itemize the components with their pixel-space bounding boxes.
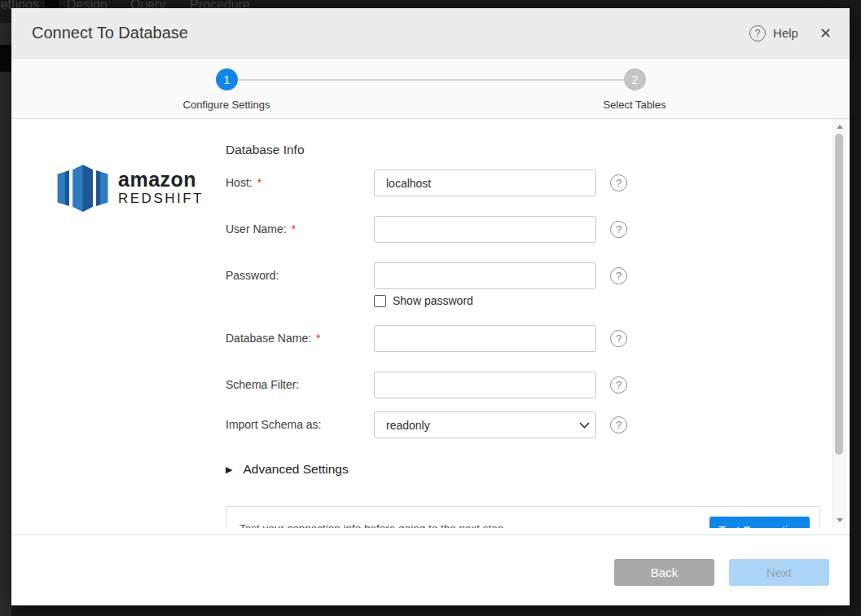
show-password-label: Show password xyxy=(393,294,473,307)
background-panel xyxy=(0,23,11,616)
password-input[interactable] xyxy=(374,262,596,289)
step-1-indicator: 1 xyxy=(216,68,238,90)
import-schema-row: Import Schema as: readonly ? xyxy=(226,411,657,438)
password-help-icon[interactable]: ? xyxy=(610,267,627,284)
show-password-checkbox[interactable] xyxy=(374,295,386,307)
help-label: Help xyxy=(773,26,798,40)
dialog-header: Connect To Database ? Help ✕ xyxy=(11,8,850,59)
background-decor xyxy=(0,45,11,72)
password-row: Password: ? xyxy=(226,262,657,289)
required-asterisk: * xyxy=(257,176,261,189)
required-asterisk: * xyxy=(292,222,296,235)
username-help-icon[interactable]: ? xyxy=(610,221,627,238)
help-button[interactable]: ? Help xyxy=(749,25,798,42)
import-schema-help-icon[interactable]: ? xyxy=(610,416,627,433)
help-circle-icon: ? xyxy=(749,25,766,42)
scroll-viewport: amazon REDSHIFT Database Info Host:* ? U… xyxy=(11,119,850,528)
step-2-label: Select Tables xyxy=(545,99,724,111)
host-row: Host:* ? xyxy=(226,169,657,196)
logo-product-text: REDSHIFT xyxy=(118,190,204,207)
schema-filter-label: Schema Filter: xyxy=(226,372,299,398)
host-label: Host:* xyxy=(226,169,261,196)
test-connection-button[interactable]: Test Connection xyxy=(709,517,810,528)
step-2-indicator: 2 xyxy=(624,68,646,90)
import-schema-select[interactable]: readonly xyxy=(374,411,596,438)
scrollbar-thumb[interactable] xyxy=(835,134,843,455)
show-password-row: Show password xyxy=(374,294,473,307)
username-label: User Name:* xyxy=(226,216,296,243)
advanced-settings-toggle[interactable]: ▶ Advanced Settings xyxy=(226,462,349,477)
dialog-footer: Back Next xyxy=(11,535,850,605)
test-connection-hint: Test your connection info before going t… xyxy=(239,522,507,528)
advanced-settings-label: Advanced Settings xyxy=(243,462,348,477)
logo-brand-text: amazon xyxy=(118,169,204,190)
redshift-wordmark: amazon REDSHIFT xyxy=(118,169,204,207)
database-name-row: Database Name:* ? xyxy=(226,325,657,352)
schema-filter-help-icon[interactable]: ? xyxy=(610,376,627,394)
dialog-content: amazon REDSHIFT Database Info Host:* ? U… xyxy=(11,119,850,535)
username-input[interactable] xyxy=(374,216,596,243)
scroll-down-icon[interactable] xyxy=(837,518,843,522)
username-row: User Name:* ? xyxy=(226,216,657,243)
amazon-redshift-logo: amazon REDSHIFT xyxy=(55,161,204,215)
connect-to-database-dialog: Connect To Database ? Help ✕ 1 2 Configu… xyxy=(11,8,850,605)
database-name-label: Database Name:* xyxy=(226,325,321,352)
test-connection-panel: Test your connection info before going t… xyxy=(226,506,820,528)
close-icon[interactable]: ✕ xyxy=(819,26,832,41)
caret-right-icon: ▶ xyxy=(226,464,232,475)
database-name-input[interactable] xyxy=(374,325,596,352)
password-label: Password: xyxy=(226,262,279,289)
dialog-title: Connect To Database xyxy=(32,24,749,42)
host-input[interactable] xyxy=(374,169,596,196)
import-schema-label: Import Schema as: xyxy=(226,411,322,438)
vertical-scrollbar[interactable] xyxy=(832,119,846,528)
next-button[interactable]: Next xyxy=(729,559,829,586)
required-asterisk: * xyxy=(316,332,320,345)
host-help-icon[interactable]: ? xyxy=(610,174,627,191)
step-connector-line xyxy=(238,79,624,81)
schema-filter-input[interactable] xyxy=(374,372,596,398)
step-1-label: Configure Settings xyxy=(137,99,316,111)
wizard-steps: 1 2 Configure Settings Select Tables xyxy=(11,59,850,119)
scroll-up-icon[interactable] xyxy=(837,125,843,129)
form-heading: Database Info xyxy=(226,143,305,157)
back-button[interactable]: Back xyxy=(614,559,714,586)
redshift-icon xyxy=(55,161,110,215)
schema-filter-row: Schema Filter: ? xyxy=(226,372,657,398)
database-name-help-icon[interactable]: ? xyxy=(610,330,627,347)
